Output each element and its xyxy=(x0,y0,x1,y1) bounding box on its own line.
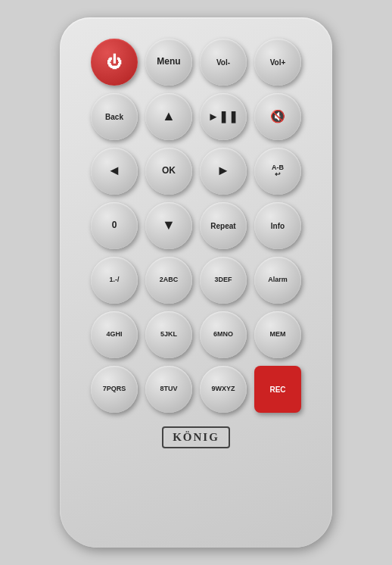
ab-label: A-B↩ xyxy=(272,164,284,178)
row-7: 7PQRS 8TUV 9WXYZ REC xyxy=(91,366,301,413)
five-button[interactable]: 5JKL xyxy=(145,311,192,358)
remote-control: ⏻ Menu Vol- Vol+ Back ▲ ►❚❚ 🔇 ◄ OK ► A-B… xyxy=(60,17,332,548)
seven-button[interactable]: 7PQRS xyxy=(91,366,138,413)
row-1: ⏻ Menu Vol- Vol+ xyxy=(91,39,301,86)
alarm-button[interactable]: Alarm xyxy=(254,257,301,304)
play-pause-button[interactable]: ►❚❚ xyxy=(200,93,247,140)
back-button[interactable]: Back xyxy=(91,93,138,140)
power-button[interactable]: ⏻ xyxy=(91,39,138,86)
three-button[interactable]: 3DEF xyxy=(200,257,247,304)
down-button[interactable]: ▼ xyxy=(145,202,192,249)
rec-button[interactable]: REC xyxy=(254,366,301,413)
row-6: 4GHI 5JKL 6MNO MEM xyxy=(91,311,301,358)
zero-button[interactable]: 0 xyxy=(91,202,138,249)
mute-icon: 🔇 xyxy=(270,110,285,123)
brand-label: KÖNIG xyxy=(162,426,230,448)
ab-button[interactable]: A-B↩ xyxy=(254,148,301,195)
row-2: Back ▲ ►❚❚ 🔇 xyxy=(91,93,301,140)
row-5: 1.-/ 2ABC 3DEF Alarm xyxy=(91,257,301,304)
four-button[interactable]: 4GHI xyxy=(91,311,138,358)
info-button[interactable]: Info xyxy=(254,202,301,249)
vol-plus-button[interactable]: Vol+ xyxy=(254,39,301,86)
vol-minus-button[interactable]: Vol- xyxy=(200,39,247,86)
repeat-button[interactable]: Repeat xyxy=(200,202,247,249)
ok-button[interactable]: OK xyxy=(145,148,192,195)
eight-button[interactable]: 8TUV xyxy=(145,366,192,413)
six-button[interactable]: 6MNO xyxy=(200,311,247,358)
menu-button[interactable]: Menu xyxy=(145,39,192,86)
row-4: 0 ▼ Repeat Info xyxy=(91,202,301,249)
mute-button[interactable]: 🔇 xyxy=(254,93,301,140)
up-button[interactable]: ▲ xyxy=(145,93,192,140)
right-button[interactable]: ► xyxy=(200,148,247,195)
row-3: ◄ OK ► A-B↩ xyxy=(91,148,301,195)
one-button[interactable]: 1.-/ xyxy=(91,257,138,304)
two-button[interactable]: 2ABC xyxy=(145,257,192,304)
left-button[interactable]: ◄ xyxy=(91,148,138,195)
mem-button[interactable]: MEM xyxy=(254,311,301,358)
nine-button[interactable]: 9WXYZ xyxy=(200,366,247,413)
